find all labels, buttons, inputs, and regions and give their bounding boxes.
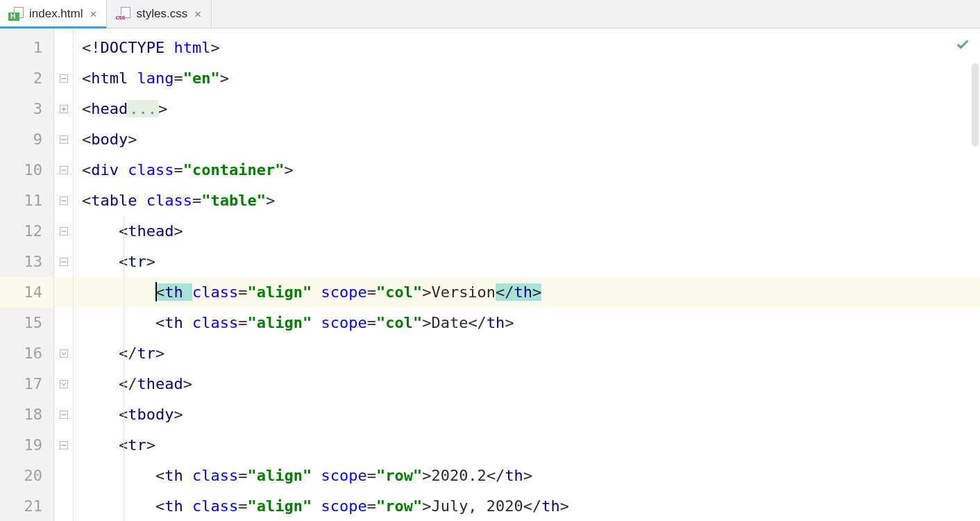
fold-collapse-icon[interactable] bbox=[54, 247, 73, 277]
fold-collapse-icon[interactable] bbox=[54, 216, 73, 247]
punct: > bbox=[220, 69, 229, 87]
line-number-gutter[interactable]: 1239101112131415161718192021 bbox=[0, 28, 54, 521]
line-number[interactable]: 15 bbox=[0, 308, 53, 338]
line-number[interactable]: 21 bbox=[0, 491, 53, 521]
punct: > bbox=[146, 436, 155, 454]
attr: class bbox=[146, 192, 192, 209]
attr: scope bbox=[321, 467, 366, 484]
code-line[interactable]: <div class="container"> bbox=[74, 155, 980, 185]
tag: th bbox=[164, 314, 192, 331]
attr: scope bbox=[321, 497, 366, 515]
string: "align" bbox=[247, 314, 321, 331]
string: "col" bbox=[376, 314, 422, 331]
code-line[interactable]: </thead> bbox=[74, 369, 980, 399]
string: "table" bbox=[201, 192, 266, 209]
punct: > bbox=[505, 314, 514, 331]
code-line[interactable]: <html lang="en"> bbox=[74, 63, 980, 94]
line-number[interactable]: 10 bbox=[0, 155, 53, 185]
fold-collapse-icon[interactable] bbox=[54, 124, 73, 155]
punct: > bbox=[532, 283, 541, 301]
line-number[interactable]: 9 bbox=[0, 124, 53, 155]
fold-collapse-icon[interactable] bbox=[54, 185, 73, 216]
punct: > bbox=[146, 253, 155, 270]
punct: = bbox=[238, 497, 247, 515]
fold-gutter-blank bbox=[54, 461, 73, 491]
svg-rect-16 bbox=[60, 381, 67, 388]
code-line-current[interactable]: <th class="align" scope="col">Version</t… bbox=[74, 277, 980, 308]
line-number[interactable]: 16 bbox=[0, 338, 53, 369]
code-line[interactable]: <th class="align" scope="col">Date</th> bbox=[74, 308, 980, 338]
string: "row" bbox=[376, 467, 422, 484]
code-editor-area[interactable]: <!DOCTYPE html> <html lang="en"> <head..… bbox=[74, 28, 980, 521]
close-icon[interactable]: × bbox=[193, 9, 203, 19]
punct: = bbox=[367, 314, 376, 331]
code-line[interactable]: <tr> bbox=[74, 430, 980, 461]
fold-collapse-icon[interactable] bbox=[54, 155, 73, 185]
tag: th bbox=[541, 497, 560, 515]
line-number[interactable]: 19 bbox=[0, 430, 53, 461]
punct: < bbox=[155, 467, 164, 484]
fold-gutter-blank bbox=[54, 277, 73, 308]
indent bbox=[82, 375, 119, 392]
string: "align" bbox=[247, 467, 321, 484]
code-line[interactable]: <tr> bbox=[74, 247, 980, 277]
punct: </ bbox=[119, 345, 137, 362]
punct: > bbox=[422, 314, 431, 331]
tab-label: index.html bbox=[29, 7, 83, 21]
code-line[interactable]: <head...> bbox=[74, 94, 980, 124]
line-number[interactable]: 17 bbox=[0, 369, 53, 399]
line-number[interactable]: 1 bbox=[0, 33, 53, 63]
fold-gutter[interactable] bbox=[54, 28, 74, 521]
code-line[interactable]: <body> bbox=[74, 124, 980, 155]
code-line[interactable]: <th class="align" scope="row">2020.2</th… bbox=[74, 461, 980, 491]
fold-collapse-icon[interactable] bbox=[54, 63, 73, 94]
punct: > bbox=[158, 100, 167, 117]
line-number[interactable]: 12 bbox=[0, 216, 53, 247]
fold-end-icon[interactable] bbox=[54, 369, 73, 399]
punct: = bbox=[238, 467, 247, 484]
code-line[interactable]: <table class="table"> bbox=[74, 185, 980, 216]
line-number[interactable]: 20 bbox=[0, 461, 53, 491]
punct: > bbox=[183, 375, 192, 392]
punct: > bbox=[210, 39, 219, 56]
code-line[interactable]: <tbody> bbox=[74, 399, 980, 430]
tag: th bbox=[514, 283, 533, 301]
indent bbox=[82, 436, 119, 454]
attr: class bbox=[192, 314, 238, 331]
code-line[interactable]: <thead> bbox=[74, 216, 980, 247]
punct: > bbox=[422, 497, 431, 515]
code-line[interactable]: </tr> bbox=[74, 338, 980, 369]
punct: </ bbox=[468, 314, 487, 331]
editor-tab-bar: H index.html × css styles.css × bbox=[0, 0, 980, 28]
tab-index-html[interactable]: H index.html × bbox=[0, 0, 107, 28]
tag: table bbox=[91, 192, 146, 209]
line-number[interactable]: 18 bbox=[0, 399, 53, 430]
code-line[interactable]: <!DOCTYPE html> bbox=[74, 33, 980, 63]
tab-styles-css[interactable]: css styles.css × bbox=[107, 0, 212, 28]
string: "row" bbox=[376, 497, 422, 515]
line-number[interactable]: 3 bbox=[0, 94, 53, 124]
text: Version bbox=[431, 283, 496, 301]
code-line[interactable]: <th class="align" scope="row">July, 2020… bbox=[74, 491, 980, 521]
punct: > bbox=[422, 467, 431, 484]
fold-gutter-blank bbox=[54, 308, 73, 338]
tag: tr bbox=[128, 436, 146, 454]
close-icon[interactable]: × bbox=[88, 9, 98, 19]
tag: th bbox=[505, 467, 523, 484]
fold-end-icon[interactable] bbox=[54, 338, 73, 369]
fold-expand-icon[interactable] bbox=[54, 94, 73, 124]
folded-region[interactable]: ... bbox=[128, 100, 158, 117]
html-file-icon: H bbox=[8, 6, 24, 22]
line-number[interactable]: 14 bbox=[0, 277, 53, 308]
line-number[interactable]: 2 bbox=[0, 63, 53, 94]
punct: </ bbox=[119, 375, 137, 392]
line-number[interactable]: 13 bbox=[0, 247, 53, 277]
fold-collapse-icon[interactable] bbox=[54, 399, 73, 430]
fold-collapse-icon[interactable] bbox=[54, 430, 73, 461]
string: "align" bbox=[247, 497, 321, 515]
punct: < bbox=[82, 69, 91, 87]
attr: lang bbox=[137, 69, 174, 87]
line-number[interactable]: 11 bbox=[0, 185, 53, 216]
attr: class bbox=[128, 161, 174, 179]
indent bbox=[82, 467, 155, 484]
